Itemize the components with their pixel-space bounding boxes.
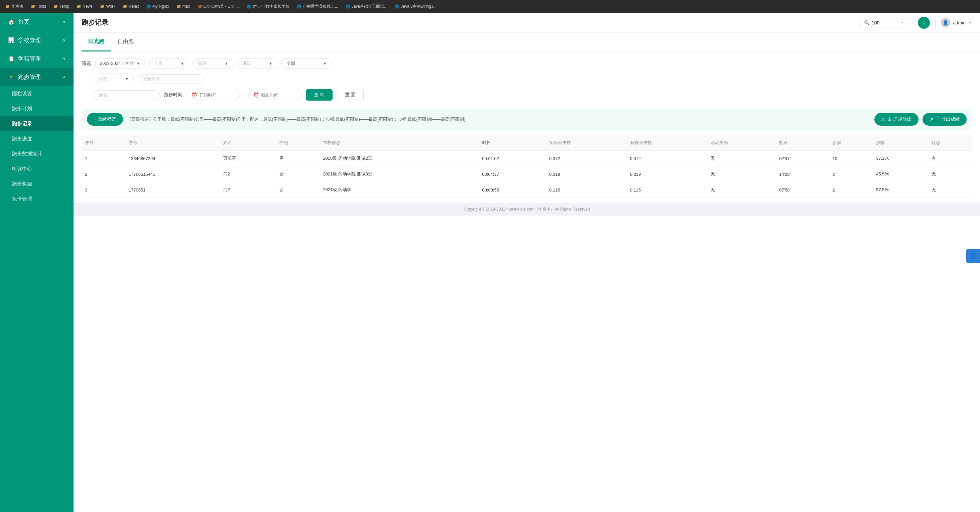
department-select[interactable]: 院系 ▼ — [193, 58, 233, 69]
sidebar-sub-reward[interactable]: 跑步奖励 — [0, 176, 73, 191]
sidebar-item-home[interactable]: 🏠 首页 ∨ — [0, 13, 73, 31]
sidebar-sub-progress[interactable]: 跑步进度 — [0, 131, 73, 146]
grade-select[interactable]: 年级 ▼ — [149, 58, 189, 69]
class-select[interactable]: 班级 ▼ — [237, 58, 277, 69]
page-title: 跑步记录 — [81, 18, 108, 27]
top-header: 跑步记录 🔍 ▼ ↓ 👤 admin ▼ — [73, 13, 980, 33]
semester-dropdown-icon: ▼ — [136, 62, 140, 65]
chevron-expand-icon: ∨ — [63, 38, 65, 43]
tab-java8[interactable]: 🌐 Java 8中的StringJ... — [392, 3, 439, 10]
time-separator: - — [243, 92, 245, 98]
sidebar-sub-appeal[interactable]: 申诉中心 — [0, 161, 73, 176]
enrollment-icon: 📋 — [8, 56, 15, 62]
name-input[interactable] — [94, 90, 160, 100]
clock2-icon: ⏰ — [253, 92, 259, 98]
sidebar-item-running[interactable]: 🏃 跑步管理 ∧ — [0, 68, 73, 86]
query-button[interactable]: 查 询 — [306, 89, 332, 100]
tab-work[interactable]: 📁 Work — [97, 3, 118, 10]
search-box[interactable]: 🔍 ▼ — [859, 18, 913, 27]
clock-icon: ⏰ — [191, 92, 197, 98]
cell-name-1: 万长亮 — [220, 151, 276, 167]
search-input[interactable] — [872, 20, 899, 25]
warning-icon: ⚠ — [881, 117, 885, 122]
cell-status-1: 有 — [928, 151, 972, 167]
sidebar-sub-free-card[interactable]: 免卡管理 — [0, 191, 73, 207]
end-time-input[interactable] — [261, 92, 294, 98]
cell-name-3: 门2 — [220, 182, 276, 198]
app-container: 🏠 首页 ∨ 📊 学校管理 ∨ 📋 学籍管理 ∨ 🏃 跑步管理 — [0, 13, 980, 512]
cell-pace-1: 02'47" — [776, 151, 829, 167]
all-select[interactable]: 全部 ▼ — [282, 58, 332, 69]
footer-text: Copyright © 2019-2022 huachenjie.com（华宸杰… — [464, 207, 590, 211]
chevron-expand2-icon: ∨ — [63, 56, 65, 61]
col-name: 姓名 — [220, 135, 276, 151]
sidebar-item-enrollment[interactable]: 📋 学籍管理 ∨ — [0, 49, 73, 68]
advanced-filter-left: + 高级筛选 【高级筛选】公里数：最低(不限制)公里——最高(不限制)公里；配速… — [87, 113, 870, 126]
cell-reward-1: 无 — [707, 151, 776, 167]
status-select[interactable]: 状态 ▼ — [94, 73, 134, 84]
cell-status-3: 无 — [928, 182, 972, 198]
user-dropdown-icon: ▼ — [968, 21, 972, 25]
tab-relax[interactable]: 📁 Relax — [120, 3, 142, 10]
col-school-info: 在校信息 — [320, 135, 479, 151]
sidebar-sub-plan[interactable]: 跑步计划 — [0, 101, 73, 116]
home-icon: 🏠 — [8, 19, 15, 25]
student-id-input[interactable] — [138, 74, 204, 84]
cell-reward-2: 无 — [707, 167, 776, 182]
sidebar-sub-record[interactable]: 跑步记录 — [0, 116, 73, 131]
start-time-input[interactable] — [199, 92, 232, 98]
user-name: admin — [953, 20, 966, 25]
cell-valid-1: 0.372 — [627, 151, 708, 167]
cell-actual-3: 0.115 — [546, 182, 627, 198]
sidebar-sub-fence[interactable]: 围栏设置 — [0, 86, 73, 101]
cell-id-3: 1770651 — [125, 182, 220, 198]
cell-steps-1: 10 — [829, 151, 873, 167]
tab-java-basic[interactable]: 🌐 Java基础常见面试... — [343, 3, 390, 10]
user-area[interactable]: 👤 admin ▼ — [941, 18, 972, 27]
tab-xiaoe[interactable]: 🌐 小鹅通学员版线上... — [294, 3, 341, 10]
col-valid-km: 有效公里数 — [627, 135, 708, 151]
run-time-label: 跑步时间 — [164, 92, 183, 98]
reset-button[interactable]: 重 置 — [337, 89, 364, 101]
export-button[interactable]: ↗ ↗ 导出成绩 — [923, 113, 967, 126]
search-icon: 🔍 — [864, 20, 870, 25]
tab-mac[interactable]: 📁 mac — [174, 3, 193, 10]
start-time-wrap[interactable]: ⏰ — [186, 90, 240, 100]
cell-valid-3: 0.115 — [627, 182, 708, 198]
tab-tools[interactable]: 📁 Tools — [28, 3, 49, 10]
footer: Copyright © 2019-2022 huachenjie.com（华宸杰… — [73, 203, 980, 216]
cell-pace-3: 07'58" — [776, 182, 829, 198]
cell-seq-1: 1 — [81, 151, 125, 167]
advanced-filter-button[interactable]: + 高级筛选 — [87, 113, 123, 126]
semester-select[interactable]: 2023-2024上学期 ▼ — [95, 58, 145, 69]
cell-seq-2: 2 — [81, 167, 125, 182]
end-time-wrap[interactable]: ⏰ — [248, 90, 302, 100]
cell-actual-1: 0.372 — [546, 151, 627, 167]
main-content: 跑步记录 🔍 ▼ ↓ 👤 admin ▼ — [73, 13, 980, 512]
sidebar-item-school[interactable]: 📊 学校管理 ∨ — [0, 31, 73, 49]
tab-github[interactable]: 🐙 GitHub精选 - GitH... — [195, 3, 242, 10]
tab-temp[interactable]: 📁 Temp — [51, 3, 72, 10]
cell-valid-2: 0.319 — [627, 167, 708, 182]
cell-actual-2: 0.319 — [546, 167, 627, 182]
tab-free-run[interactable]: 自由跑 — [111, 33, 140, 51]
tab-news[interactable]: 📁 News — [74, 3, 95, 10]
tab-zhijiang[interactable]: 🌐 之江汇·数字家长学校 — [243, 3, 292, 10]
chevron-up-icon: ∧ — [63, 75, 65, 79]
tab-nginx[interactable]: 🌐 My Nginx — [144, 3, 172, 10]
tab-huachenjie[interactable]: 📁 华宸杰 — [3, 3, 26, 10]
sidebar-sub-stats[interactable]: 跑步数据统计 — [0, 146, 73, 161]
cell-seq-3: 3 — [81, 182, 125, 198]
avatar: 👤 — [941, 18, 950, 27]
table-row: 1 13646867299 万长亮 男 2010级 闪动学院 测试2班 00:0… — [81, 151, 972, 167]
all-dropdown-icon: ▼ — [323, 62, 326, 65]
col-duration: 时长 — [479, 135, 546, 151]
violation-export-button[interactable]: ⚠ ⚠ 违规导出 — [874, 113, 918, 126]
cell-gender-3: 女 — [276, 182, 320, 198]
school-icon: 📊 — [8, 37, 15, 43]
download-button[interactable]: ↓ — [918, 17, 930, 29]
col-pace: 配速 — [776, 135, 829, 151]
floating-help-button[interactable]: 👤 — [966, 249, 980, 263]
table-row: 3 1770651 门2 女 2021级 闪动学 00:00:55 0.115 … — [81, 182, 972, 198]
tab-sunshine-run[interactable]: 阳光跑 — [81, 33, 111, 51]
